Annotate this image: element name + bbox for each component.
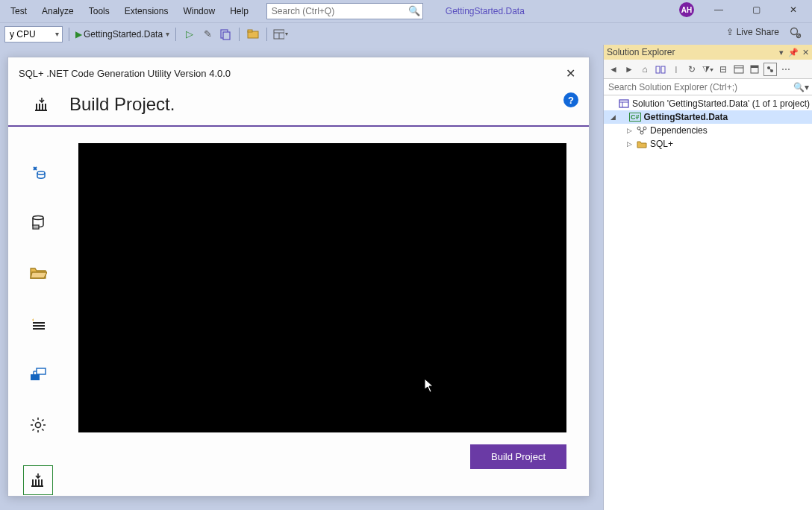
user-avatar[interactable]: AH (679, 2, 694, 17)
settings-step-icon[interactable] (28, 415, 49, 435)
preview-icon[interactable] (763, 63, 777, 76)
window-maximize-button[interactable]: ▢ (743, 1, 769, 18)
home-icon[interactable]: ⌂ (638, 63, 652, 76)
menu-extensions[interactable]: Extensions (117, 3, 176, 19)
solution-node[interactable]: Solution 'GettingStarted.Data' (1 of 1 p… (604, 97, 812, 110)
database-step-icon[interactable] (28, 212, 49, 233)
menu-help[interactable]: Help (222, 3, 256, 19)
separator (175, 28, 176, 41)
sqlplus-folder-node[interactable]: ▷ SQL+ (604, 137, 812, 151)
svg-point-15 (33, 216, 43, 220)
svg-rect-41 (661, 66, 665, 73)
menu-test[interactable]: Test (3, 3, 34, 19)
sqlplus-folder-label: SQL+ (650, 139, 673, 149)
dialog-heading: Build Project. (69, 94, 175, 115)
titlebar-project-name: GettingStarted.Data (446, 6, 525, 16)
files-icon[interactable] (218, 27, 233, 42)
feedback-icon[interactable] (790, 27, 802, 39)
sqlplus-dialog: SQL+ .NET Code Generation Utility Versio… (7, 57, 590, 497)
expand-icon[interactable]: ▷ (625, 140, 634, 148)
solution-search-input[interactable] (604, 79, 812, 95)
menu-tools[interactable]: Tools (81, 3, 117, 19)
dependencies-node[interactable]: ▷ Dependencies (604, 124, 812, 137)
live-share-button[interactable]: ⇪ Live Share (726, 27, 779, 37)
menu-window[interactable]: Window (175, 3, 222, 19)
title-controls: AH — ▢ ✕ (679, 1, 806, 18)
svg-line-31 (33, 420, 34, 421)
window-close-button[interactable]: ✕ (781, 1, 806, 18)
svg-rect-36 (35, 479, 37, 485)
svg-line-34 (42, 420, 43, 421)
csharp-project-icon: C# (629, 113, 641, 122)
panel-close-icon[interactable]: ✕ (800, 48, 811, 57)
svg-rect-12 (45, 104, 46, 110)
cursor-icon (422, 378, 435, 394)
list-step-icon[interactable] (28, 313, 49, 334)
expand-icon[interactable]: ◢ (608, 113, 617, 121)
chevron-down-icon: ▾ (166, 30, 169, 38)
play-icon: ▶ (75, 29, 82, 40)
build-project-button[interactable]: Build Project (470, 444, 566, 469)
platform-combo[interactable]: y CPU (4, 26, 63, 42)
nav-back-icon[interactable]: ◄ (607, 63, 620, 76)
solution-explorer-toolbar: ◄ ► ⌂ | ↻ ⧩▾ ⊟ ⋯ (604, 60, 812, 79)
window-minimize-button[interactable]: — (706, 1, 731, 18)
svg-rect-9 (36, 104, 37, 110)
switch-views-icon[interactable] (654, 63, 667, 76)
nav-forward-icon[interactable]: ► (622, 63, 636, 76)
filter-icon[interactable]: ⧩▾ (701, 63, 714, 76)
svg-rect-3 (248, 30, 252, 32)
global-search-input[interactable] (266, 3, 423, 19)
solution-tree[interactable]: Solution 'GettingStarted.Data' (1 of 1 p… (604, 95, 812, 510)
solution-label: Solution 'GettingStarted.Data' (1 of 1 p… (632, 98, 810, 109)
svg-rect-45 (751, 66, 758, 68)
brush-icon[interactable]: ✎ (200, 27, 215, 42)
solution-explorer-titlebar[interactable]: Solution Explorer ▾ 📌 ✕ (604, 45, 812, 60)
start-debug-button[interactable]: ▶ GettingStarted.Data ▾ (75, 29, 169, 40)
expand-icon[interactable]: ▷ (625, 127, 634, 134)
project-label: GettingStarted.Data (644, 112, 728, 122)
dialog-close-button[interactable]: ✕ (563, 65, 578, 82)
solution-icon (619, 99, 629, 108)
show-all-icon[interactable] (732, 63, 746, 76)
dependencies-label: Dependencies (650, 125, 708, 136)
live-share-label: Live Share (737, 27, 779, 37)
svg-rect-40 (656, 66, 660, 73)
svg-rect-1 (223, 32, 230, 40)
svg-point-26 (36, 423, 41, 428)
svg-rect-13 (35, 110, 47, 111)
panel-dropdown-icon[interactable]: ▾ (776, 48, 787, 57)
svg-point-7 (791, 28, 798, 35)
separator (266, 28, 267, 41)
main-toolbar: y CPU ▶ GettingStarted.Data ▾ ▷ ✎ ▾ (0, 22, 812, 45)
toolbar-sep: | (669, 63, 683, 76)
folder-icon[interactable] (246, 27, 260, 42)
dialog-sidebar (8, 127, 68, 495)
svg-point-14 (37, 171, 45, 174)
help-button[interactable]: ? (563, 92, 578, 107)
layout-icon[interactable]: ▾ (273, 27, 288, 42)
build-step-icon[interactable] (23, 465, 53, 495)
svg-rect-37 (38, 479, 40, 485)
queries-step-icon[interactable] (28, 364, 49, 385)
folder-step-icon[interactable] (28, 262, 49, 283)
panel-pin-icon[interactable]: 📌 (788, 48, 799, 57)
svg-rect-39 (31, 485, 43, 487)
share-icon: ⇪ (726, 27, 734, 37)
collapse-icon[interactable]: ⊟ (716, 63, 730, 76)
folder-icon (637, 140, 647, 148)
refresh-icon[interactable]: ↻ (685, 63, 699, 76)
project-node[interactable]: ◢ C# GettingStarted.Data (604, 110, 812, 124)
svg-rect-42 (734, 66, 743, 73)
properties-icon[interactable] (748, 63, 761, 76)
editor-area: SQL+ .NET Code Generation Utility Versio… (0, 45, 603, 510)
svg-line-32 (42, 429, 43, 430)
svg-line-48 (769, 68, 772, 71)
menu-analyze[interactable]: Analyze (34, 3, 81, 19)
play-outline-icon[interactable]: ▷ (182, 27, 197, 42)
dialog-title: SQL+ .NET Code Generation Utility Versio… (19, 68, 231, 79)
connection-step-icon[interactable] (28, 161, 49, 182)
toolbar-overflow-icon[interactable]: ⋯ (779, 63, 793, 76)
svg-rect-49 (619, 100, 628, 107)
dependencies-icon (637, 126, 647, 135)
